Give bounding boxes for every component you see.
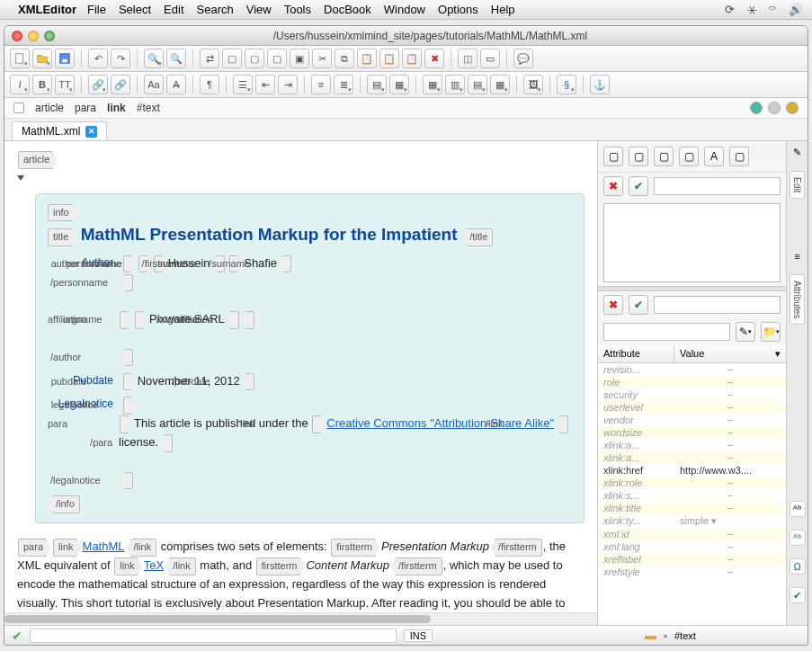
tag-body-link2-c[interactable]: /link <box>169 557 196 575</box>
menu-options[interactable]: Options <box>438 3 478 16</box>
xref-button[interactable]: 🔗 <box>111 75 130 94</box>
redo-button[interactable]: ↷ <box>111 49 130 68</box>
section-button[interactable]: §▾ <box>557 75 576 94</box>
tag-pubdate[interactable]: pubdate <box>123 373 132 391</box>
repeat-search-button[interactable]: 🔍 <box>166 49 186 68</box>
comment-button[interactable]: 💬 <box>513 49 533 68</box>
tag-personname-c[interactable]: /personname <box>124 274 133 292</box>
attr-row[interactable]: revisio...– <box>598 363 786 376</box>
attr-row[interactable]: xreflabel– <box>598 553 786 566</box>
attr-table[interactable]: revisio...–role–security–userlevel–vendo… <box>598 363 786 625</box>
menu-view[interactable]: View <box>246 3 272 16</box>
undo-button[interactable]: ↶ <box>88 49 108 68</box>
tag-title-close[interactable]: /title <box>466 228 493 246</box>
edit-tool-3[interactable]: ▢ <box>654 147 674 166</box>
tag-link-c[interactable]: /link <box>559 415 568 433</box>
legal-post[interactable]: license. <box>119 435 158 449</box>
tag-firstterm2-c[interactable]: /firstterm <box>395 557 442 575</box>
path-article[interactable]: article <box>35 102 64 114</box>
attr-apply-button[interactable]: ✔ <box>629 295 648 315</box>
insert-mode-indicator[interactable]: INS <box>404 629 433 642</box>
menu-search[interactable]: Search <box>197 3 234 16</box>
edit-tool-6[interactable]: ▢ <box>729 147 749 166</box>
attr-head-name[interactable]: Attribute <box>598 345 674 362</box>
status-valid-icon[interactable]: ✔ <box>12 629 22 643</box>
vtab-attributes[interactable]: Attributes <box>790 274 805 325</box>
tag-author-c[interactable]: /author <box>124 349 133 367</box>
view-plain-button[interactable] <box>768 102 781 114</box>
attr-head-menu-icon[interactable]: ▾ <box>775 348 781 360</box>
attr-browse-button[interactable]: 📁▾ <box>761 322 781 342</box>
doc-tab[interactable]: MathML.xml ✕ <box>12 121 107 140</box>
window-close-button[interactable] <box>12 31 22 41</box>
vtool-omega-icon[interactable]: Ω <box>790 558 806 575</box>
insert-after-button[interactable]: ▢ <box>267 49 287 68</box>
attr-row[interactable]: xml:id– <box>598 528 786 540</box>
tab-close-icon[interactable]: ✕ <box>85 126 97 138</box>
path-text[interactable]: #text <box>137 102 160 114</box>
menu-file[interactable]: File <box>87 3 106 16</box>
edit-tool-2[interactable]: ▢ <box>629 147 648 166</box>
tag-title-open[interactable]: title <box>48 228 72 246</box>
attr-edit-button[interactable]: ✎▾ <box>736 322 755 342</box>
volume-icon[interactable]: 🔊 <box>789 3 803 16</box>
list-button[interactable]: ☰▾ <box>233 75 253 94</box>
cancel-edit-button[interactable]: ✖ <box>603 176 623 196</box>
tag-firstterm1-c[interactable]: /firstterm <box>495 539 542 557</box>
open-folder-button[interactable]: ▾ <box>32 49 52 68</box>
bold-button[interactable]: B▾ <box>32 75 52 94</box>
attr-row[interactable]: userlevel– <box>598 401 786 414</box>
vtab-edit[interactable]: Edit <box>790 171 805 199</box>
tag-body-para[interactable]: para <box>18 539 47 557</box>
attr-remove-button[interactable]: ✖ <box>603 295 623 315</box>
tag-affiliation-c[interactable]: /affiliation <box>245 311 254 329</box>
view-source-button[interactable] <box>786 102 799 114</box>
search-button[interactable]: 🔍▾ <box>144 49 164 68</box>
block-button[interactable]: ▦▾ <box>389 75 409 94</box>
tag-firstterm1[interactable]: firstterm <box>331 539 376 557</box>
menu-help[interactable]: Help <box>491 3 515 16</box>
tag-author[interactable]: author <box>123 255 132 273</box>
legal-link[interactable]: Creative Commons "Attribution-Share Alik… <box>326 416 554 430</box>
editor-pane[interactable]: article info title MathML Presentation M… <box>4 141 597 625</box>
tag-legalnotice-c[interactable]: /legalnotice <box>124 472 133 490</box>
convert-button[interactable]: ⇄ <box>200 49 219 68</box>
horizontal-scrollbar[interactable] <box>4 612 597 625</box>
clear-format-button[interactable]: A̶ <box>166 75 186 94</box>
menu-edit[interactable]: Edit <box>164 3 183 16</box>
status-message-field[interactable] <box>30 629 397 643</box>
table-row-button[interactable]: ▤▾ <box>468 75 487 94</box>
app-name[interactable]: XMLEditor <box>18 3 76 16</box>
apply-edit-button[interactable]: ✔ <box>629 176 648 196</box>
insert-before-button[interactable]: ▢ <box>222 49 242 68</box>
table-cell-button[interactable]: ▦▾ <box>490 75 510 94</box>
attr-row[interactable]: xlink:s...– <box>598 489 786 502</box>
insert-button[interactable]: ▢ <box>245 49 264 68</box>
table-button[interactable]: ▦▾ <box>423 75 442 94</box>
tag-legalnotice[interactable]: legalnotice <box>123 397 132 415</box>
pilcrow-button[interactable]: ¶ <box>200 75 219 94</box>
attr-head-value[interactable]: Value <box>680 348 704 360</box>
tag-pubdate-c[interactable]: /pubdate <box>245 373 254 391</box>
attr-row[interactable]: xlink:title– <box>598 502 786 514</box>
image-button[interactable]: 🖼▾ <box>523 75 543 94</box>
tag-para-c[interactable]: /para <box>164 434 173 452</box>
attr-row[interactable]: xlink:a...– <box>598 451 786 464</box>
tag-firstterm2[interactable]: firstterm <box>256 557 301 575</box>
edit-list-area[interactable] <box>603 203 781 282</box>
attr-row[interactable]: xlink:a...– <box>598 439 786 451</box>
path-link[interactable]: link <box>107 102 126 114</box>
attr-row[interactable]: security– <box>598 388 786 401</box>
doc-title[interactable]: MathML Presentation Markup for the Impat… <box>81 225 458 244</box>
indent-more-button[interactable]: ⇥ <box>278 75 298 94</box>
vtool-check-icon[interactable]: ᴬᵇ <box>790 530 806 546</box>
new-doc-button[interactable]: ▾ <box>10 49 30 68</box>
delete-button[interactable]: ✖ <box>424 49 444 68</box>
paste-after-button[interactable]: 📋 <box>402 49 422 68</box>
view-styled-button[interactable] <box>750 102 763 114</box>
attr-name-input[interactable] <box>603 323 730 341</box>
attr-value-input[interactable] <box>654 296 781 314</box>
attr-row[interactable]: role– <box>598 376 786 388</box>
join-button[interactable]: ▭ <box>480 49 500 68</box>
tag-body-link-c[interactable]: /link <box>130 539 157 557</box>
